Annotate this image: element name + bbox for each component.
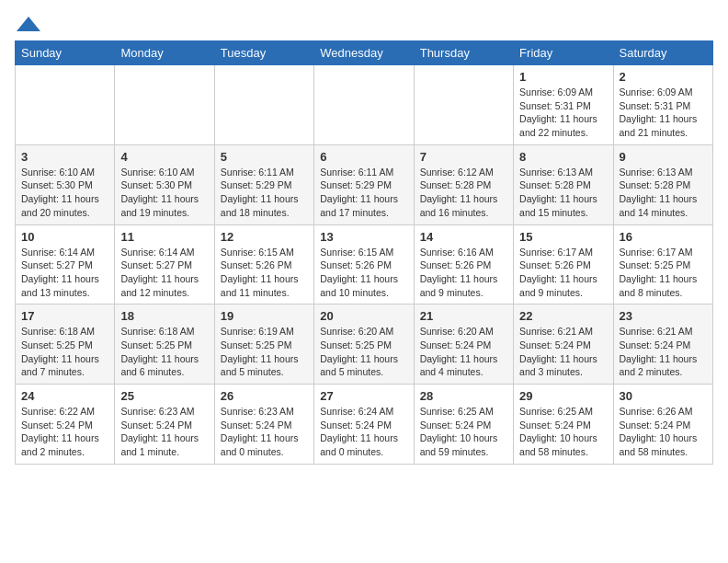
day-number: 30 bbox=[620, 389, 707, 403]
calendar-cell: 1Sunrise: 6:09 AM Sunset: 5:31 PM Daylig… bbox=[514, 65, 613, 145]
day-number: 25 bbox=[120, 389, 208, 403]
calendar-cell: 9Sunrise: 6:13 AM Sunset: 5:28 PM Daylig… bbox=[613, 144, 712, 224]
day-number: 3 bbox=[21, 150, 108, 164]
day-info: Sunrise: 6:21 AM Sunset: 5:24 PM Dayligh… bbox=[519, 325, 607, 379]
day-info: Sunrise: 6:17 AM Sunset: 5:25 PM Dayligh… bbox=[620, 246, 707, 300]
day-number: 18 bbox=[120, 309, 208, 323]
day-info: Sunrise: 6:12 AM Sunset: 5:28 PM Dayligh… bbox=[420, 166, 507, 220]
calendar-cell bbox=[414, 65, 513, 145]
day-number: 20 bbox=[320, 309, 407, 323]
day-info: Sunrise: 6:10 AM Sunset: 5:30 PM Dayligh… bbox=[120, 166, 208, 220]
day-number: 1 bbox=[519, 70, 607, 84]
day-number: 8 bbox=[519, 150, 607, 164]
day-info: Sunrise: 6:15 AM Sunset: 5:26 PM Dayligh… bbox=[221, 246, 308, 300]
calendar-cell: 16Sunrise: 6:17 AM Sunset: 5:25 PM Dayli… bbox=[613, 224, 712, 304]
calendar-week-4: 24Sunrise: 6:22 AM Sunset: 5:24 PM Dayli… bbox=[16, 385, 713, 465]
calendar-cell: 29Sunrise: 6:25 AM Sunset: 5:24 PM Dayli… bbox=[514, 385, 613, 465]
day-number: 15 bbox=[519, 230, 607, 244]
calendar-cell: 24Sunrise: 6:22 AM Sunset: 5:24 PM Dayli… bbox=[16, 385, 115, 465]
svg-marker-0 bbox=[17, 17, 40, 31]
day-info: Sunrise: 6:21 AM Sunset: 5:24 PM Dayligh… bbox=[620, 325, 707, 379]
calendar-cell: 15Sunrise: 6:17 AM Sunset: 5:26 PM Dayli… bbox=[514, 224, 613, 304]
calendar-cell: 27Sunrise: 6:24 AM Sunset: 5:24 PM Dayli… bbox=[314, 385, 414, 465]
calendar-cell: 18Sunrise: 6:18 AM Sunset: 5:25 PM Dayli… bbox=[115, 304, 214, 385]
day-number: 11 bbox=[120, 230, 208, 244]
day-info: Sunrise: 6:15 AM Sunset: 5:26 PM Dayligh… bbox=[320, 246, 407, 300]
day-info: Sunrise: 6:25 AM Sunset: 5:24 PM Dayligh… bbox=[519, 405, 607, 459]
day-info: Sunrise: 6:13 AM Sunset: 5:28 PM Dayligh… bbox=[620, 166, 707, 220]
calendar-cell: 25Sunrise: 6:23 AM Sunset: 5:24 PM Dayli… bbox=[115, 385, 214, 465]
calendar-cell: 26Sunrise: 6:23 AM Sunset: 5:24 PM Dayli… bbox=[214, 385, 313, 465]
calendar-table: SundayMondayTuesdayWednesdayThursdayFrid… bbox=[15, 40, 713, 465]
day-info: Sunrise: 6:23 AM Sunset: 5:24 PM Dayligh… bbox=[221, 405, 308, 459]
calendar-week-2: 10Sunrise: 6:14 AM Sunset: 5:27 PM Dayli… bbox=[16, 224, 713, 304]
calendar-cell: 10Sunrise: 6:14 AM Sunset: 5:27 PM Dayli… bbox=[16, 224, 115, 304]
day-info: Sunrise: 6:20 AM Sunset: 5:25 PM Dayligh… bbox=[320, 325, 407, 379]
calendar-cell: 13Sunrise: 6:15 AM Sunset: 5:26 PM Dayli… bbox=[314, 224, 414, 304]
page-header bbox=[15, 15, 713, 33]
calendar-cell: 22Sunrise: 6:21 AM Sunset: 5:24 PM Dayli… bbox=[514, 304, 613, 385]
day-info: Sunrise: 6:20 AM Sunset: 5:24 PM Dayligh… bbox=[420, 325, 507, 379]
calendar-cell: 7Sunrise: 6:12 AM Sunset: 5:28 PM Daylig… bbox=[414, 144, 513, 224]
calendar-cell: 6Sunrise: 6:11 AM Sunset: 5:29 PM Daylig… bbox=[314, 144, 414, 224]
day-number: 4 bbox=[120, 150, 208, 164]
day-number: 24 bbox=[21, 389, 108, 403]
day-number: 2 bbox=[620, 70, 707, 84]
calendar-week-0: 1Sunrise: 6:09 AM Sunset: 5:31 PM Daylig… bbox=[16, 65, 713, 145]
day-info: Sunrise: 6:23 AM Sunset: 5:24 PM Dayligh… bbox=[120, 405, 208, 459]
day-number: 7 bbox=[420, 150, 507, 164]
calendar-cell: 19Sunrise: 6:19 AM Sunset: 5:25 PM Dayli… bbox=[214, 304, 313, 385]
calendar-cell: 23Sunrise: 6:21 AM Sunset: 5:24 PM Dayli… bbox=[613, 304, 712, 385]
calendar-cell: 5Sunrise: 6:11 AM Sunset: 5:29 PM Daylig… bbox=[214, 144, 313, 224]
day-info: Sunrise: 6:25 AM Sunset: 5:24 PM Dayligh… bbox=[420, 405, 507, 459]
weekday-header-wednesday: Wednesday bbox=[314, 41, 414, 65]
day-info: Sunrise: 6:16 AM Sunset: 5:26 PM Dayligh… bbox=[420, 246, 507, 300]
day-number: 26 bbox=[221, 389, 308, 403]
weekday-header-monday: Monday bbox=[115, 41, 214, 65]
calendar-cell bbox=[115, 65, 214, 145]
day-number: 28 bbox=[420, 389, 507, 403]
calendar-week-3: 17Sunrise: 6:18 AM Sunset: 5:25 PM Dayli… bbox=[16, 304, 713, 385]
day-number: 22 bbox=[519, 309, 607, 323]
day-number: 6 bbox=[320, 150, 407, 164]
day-info: Sunrise: 6:13 AM Sunset: 5:28 PM Dayligh… bbox=[519, 166, 607, 220]
day-number: 23 bbox=[620, 309, 707, 323]
day-number: 13 bbox=[320, 230, 407, 244]
day-number: 17 bbox=[21, 309, 108, 323]
calendar-cell: 17Sunrise: 6:18 AM Sunset: 5:25 PM Dayli… bbox=[16, 304, 115, 385]
weekday-header-saturday: Saturday bbox=[613, 41, 712, 65]
weekday-header-friday: Friday bbox=[514, 41, 613, 65]
weekday-header-tuesday: Tuesday bbox=[214, 41, 313, 65]
day-info: Sunrise: 6:11 AM Sunset: 5:29 PM Dayligh… bbox=[320, 166, 407, 220]
day-info: Sunrise: 6:18 AM Sunset: 5:25 PM Dayligh… bbox=[120, 325, 208, 379]
calendar-cell: 20Sunrise: 6:20 AM Sunset: 5:25 PM Dayli… bbox=[314, 304, 414, 385]
calendar-cell bbox=[214, 65, 313, 145]
calendar-week-1: 3Sunrise: 6:10 AM Sunset: 5:30 PM Daylig… bbox=[16, 144, 713, 224]
day-info: Sunrise: 6:14 AM Sunset: 5:27 PM Dayligh… bbox=[21, 246, 108, 300]
day-info: Sunrise: 6:17 AM Sunset: 5:26 PM Dayligh… bbox=[519, 246, 607, 300]
day-info: Sunrise: 6:09 AM Sunset: 5:31 PM Dayligh… bbox=[620, 86, 707, 140]
calendar-cell: 30Sunrise: 6:26 AM Sunset: 5:24 PM Dayli… bbox=[613, 385, 712, 465]
day-number: 27 bbox=[320, 389, 407, 403]
day-info: Sunrise: 6:18 AM Sunset: 5:25 PM Dayligh… bbox=[21, 325, 108, 379]
calendar-cell: 28Sunrise: 6:25 AM Sunset: 5:24 PM Dayli… bbox=[414, 385, 513, 465]
calendar-cell: 21Sunrise: 6:20 AM Sunset: 5:24 PM Dayli… bbox=[414, 304, 513, 385]
weekday-header-thursday: Thursday bbox=[414, 41, 513, 65]
day-info: Sunrise: 6:14 AM Sunset: 5:27 PM Dayligh… bbox=[120, 246, 208, 300]
calendar-cell bbox=[16, 65, 115, 145]
day-number: 5 bbox=[221, 150, 308, 164]
calendar-cell: 3Sunrise: 6:10 AM Sunset: 5:30 PM Daylig… bbox=[16, 144, 115, 224]
day-info: Sunrise: 6:11 AM Sunset: 5:29 PM Dayligh… bbox=[221, 166, 308, 220]
day-number: 16 bbox=[620, 230, 707, 244]
day-info: Sunrise: 6:10 AM Sunset: 5:30 PM Dayligh… bbox=[21, 166, 108, 220]
calendar-cell: 12Sunrise: 6:15 AM Sunset: 5:26 PM Dayli… bbox=[214, 224, 313, 304]
day-number: 9 bbox=[620, 150, 707, 164]
day-number: 29 bbox=[519, 389, 607, 403]
day-info: Sunrise: 6:19 AM Sunset: 5:25 PM Dayligh… bbox=[221, 325, 308, 379]
weekday-header-sunday: Sunday bbox=[16, 41, 115, 65]
day-number: 10 bbox=[21, 230, 108, 244]
day-number: 14 bbox=[420, 230, 507, 244]
day-number: 12 bbox=[221, 230, 308, 244]
day-info: Sunrise: 6:24 AM Sunset: 5:24 PM Dayligh… bbox=[320, 405, 407, 459]
day-info: Sunrise: 6:26 AM Sunset: 5:24 PM Dayligh… bbox=[620, 405, 707, 459]
